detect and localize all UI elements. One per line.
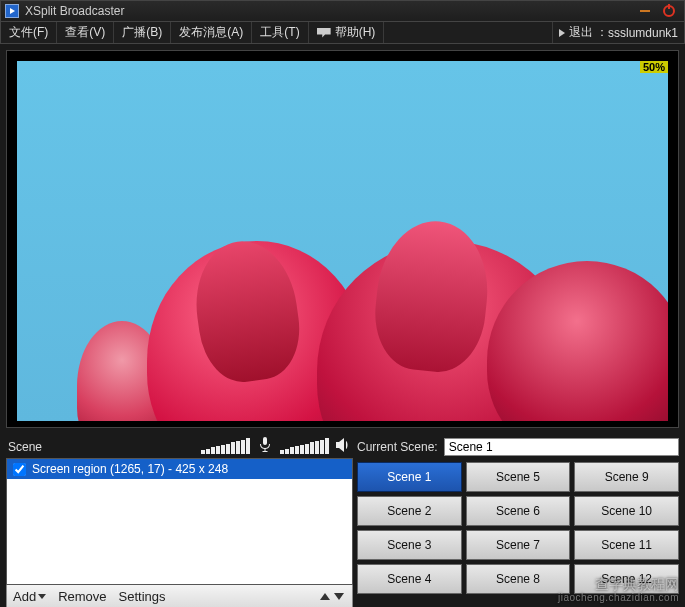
play-icon [559,29,565,37]
dropdown-icon [38,594,46,599]
current-scene-header: Current Scene: [357,434,679,462]
source-item[interactable]: Screen region (1265, 17) - 425 x 248 [7,459,352,479]
scene-button-7[interactable]: Scene 7 [466,530,571,560]
mic-volume-meter[interactable] [201,438,250,454]
zoom-badge: 50% [640,61,668,73]
scene-button-2[interactable]: Scene 2 [357,496,462,526]
username-label: ssslumdunk1 [608,26,678,40]
scene-button-11[interactable]: Scene 11 [574,530,679,560]
add-label: Add [13,589,36,604]
preview-area[interactable]: 50% [6,50,679,428]
source-list-footer: Add Remove Settings [6,585,353,607]
remove-source-button[interactable]: Remove [52,585,112,607]
move-up-button[interactable] [320,593,330,600]
microphone-icon[interactable] [256,436,274,454]
settings-source-button[interactable]: Settings [113,585,172,607]
close-button[interactable] [658,4,680,18]
scene-button-4[interactable]: Scene 4 [357,564,462,594]
source-checkbox[interactable] [13,463,26,476]
scene-button-3[interactable]: Scene 3 [357,530,462,560]
scene-grid: Scene 1Scene 5Scene 9Scene 2Scene 6Scene… [357,462,679,594]
preview-canvas [17,61,668,421]
menu-broadcast[interactable]: 广播(B) [114,22,171,43]
scene-button-6[interactable]: Scene 6 [466,496,571,526]
add-source-button[interactable]: Add [7,585,52,607]
scene-button-5[interactable]: Scene 5 [466,462,571,492]
speaker-volume-meter[interactable] [280,438,329,454]
envelope-icon [317,28,331,38]
scene-button-8[interactable]: Scene 8 [466,564,571,594]
scene-button-9[interactable]: Scene 9 [574,462,679,492]
scene-header: Scene [6,434,353,458]
exit-user-block[interactable]: 退出 ： ssslumdunk1 [552,22,684,43]
menu-tools[interactable]: 工具(T) [252,22,308,43]
scene-button-12[interactable]: Scene 12 [574,564,679,594]
current-scene-label: Current Scene: [357,440,438,454]
menubar: 文件(F) 查看(V) 广播(B) 发布消息(A) 工具(T) 帮助(H) 退出… [0,22,685,44]
source-item-label: Screen region (1265, 17) - 425 x 248 [32,462,228,476]
menu-help[interactable]: 帮助(H) [309,22,385,43]
power-icon [663,5,675,17]
scene-button-10[interactable]: Scene 10 [574,496,679,526]
app-title: XSplit Broadcaster [25,4,124,18]
menu-view[interactable]: 查看(V) [57,22,114,43]
source-list[interactable]: Screen region (1265, 17) - 425 x 248 [6,458,353,585]
menu-publish[interactable]: 发布消息(A) [171,22,252,43]
app-icon [5,4,19,18]
minimize-icon [640,10,650,12]
svg-rect-0 [263,437,267,445]
scene-button-1[interactable]: Scene 1 [357,462,462,492]
titlebar: XSplit Broadcaster [0,0,685,22]
exit-label: 退出 ： [569,24,608,41]
move-down-button[interactable] [334,593,344,600]
current-scene-input[interactable] [444,438,679,456]
menu-help-label: 帮助(H) [335,24,376,41]
menu-file[interactable]: 文件(F) [1,22,57,43]
minimize-button[interactable] [634,4,656,18]
speaker-icon[interactable] [335,436,353,454]
scene-label: Scene [8,440,42,454]
